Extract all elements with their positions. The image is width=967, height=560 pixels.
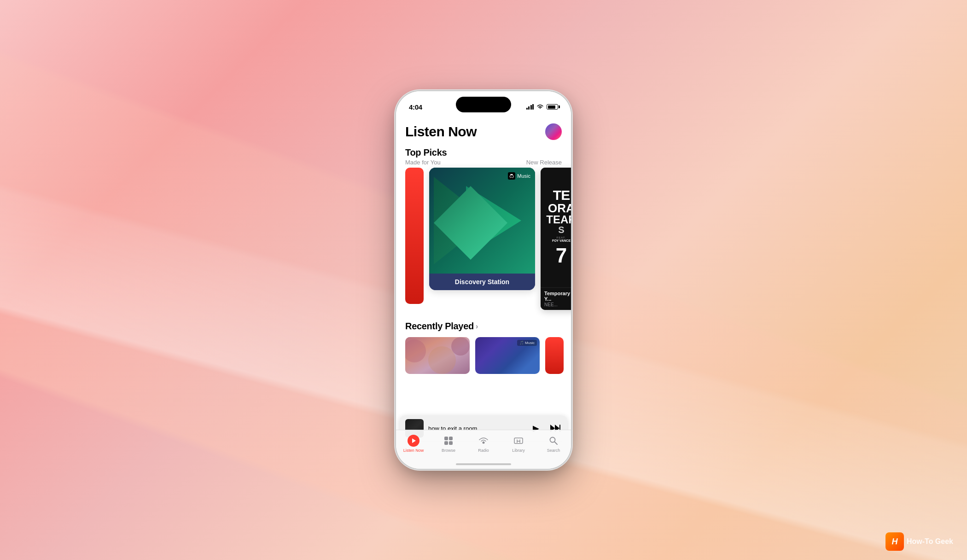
recent-card-3	[545, 337, 564, 374]
signal-bar-4	[532, 104, 534, 110]
wifi-icon	[536, 104, 544, 110]
signal-icon	[526, 104, 534, 110]
search-tab-icon	[548, 435, 559, 447]
recently-played-chevron: ›	[476, 322, 478, 331]
svg-rect-16	[514, 438, 523, 443]
dynamic-island	[456, 97, 511, 112]
search-icon	[549, 436, 558, 445]
apple-music-badge: Music	[508, 172, 530, 180]
top-picks-section-header: Top Picks Made for You New Release	[396, 144, 571, 168]
album-artist: NEE...	[544, 302, 571, 307]
top-picks-link: New Release	[526, 159, 562, 166]
album-text-te: TE	[553, 188, 570, 202]
tab-library-label: Library	[512, 448, 525, 453]
listen-now-circle-icon	[408, 435, 419, 447]
tab-browse-label: Browse	[442, 448, 455, 453]
signal-bar-3	[530, 105, 532, 110]
tab-library[interactable]: Library	[501, 435, 536, 453]
cards-row: Music	[396, 168, 571, 317]
browse-tab-icon	[443, 435, 454, 447]
discovery-art-svg	[429, 168, 535, 274]
home-indicator	[456, 463, 511, 465]
discovery-station-art: Music	[429, 168, 535, 274]
avatar[interactable]	[545, 123, 562, 140]
svg-point-6	[451, 337, 470, 356]
recently-played-title: Recently Played	[405, 321, 474, 332]
album-text-tear: TEAR	[546, 214, 571, 225]
album-text-ora: ORA	[548, 202, 571, 214]
discovery-station-footer: Discovery Station	[429, 274, 535, 290]
page-title: Listen Now	[405, 124, 477, 140]
svg-point-5	[428, 346, 456, 374]
apple-music-label: Music	[517, 173, 530, 179]
phone-screen: 4:04	[396, 91, 571, 469]
recent-card-1[interactable]	[405, 337, 470, 374]
tab-listen-now-label: Listen Now	[403, 448, 424, 453]
tab-search-label: Search	[547, 448, 560, 453]
watermark: H How-To Geek	[885, 532, 953, 551]
tab-radio[interactable]: Radio	[466, 435, 501, 453]
svg-marker-10	[412, 438, 416, 443]
svg-rect-14	[449, 441, 453, 445]
avatar-image	[545, 123, 562, 140]
svg-point-17	[550, 438, 555, 443]
tab-radio-label: Radio	[478, 448, 489, 453]
album-title: Temporary Y...	[544, 291, 571, 302]
status-bar: 4:04	[396, 91, 571, 116]
watermark-icon: H	[885, 532, 904, 551]
page-header: Listen Now	[396, 116, 571, 144]
phone-shell: 4:04	[396, 91, 571, 469]
top-picks-subtitle-row: Made for You New Release	[405, 159, 562, 166]
partial-card-left	[405, 168, 424, 304]
content-area[interactable]: Listen Now Top Picks Made for You New Re…	[396, 116, 571, 418]
discovery-station-card[interactable]: Music	[429, 168, 535, 290]
discovery-station-name: Discovery Station	[435, 278, 530, 286]
apple-logo-icon	[509, 174, 514, 178]
album-number: 7	[556, 244, 567, 267]
svg-rect-13	[444, 441, 448, 445]
svg-rect-11	[444, 437, 448, 440]
library-music-icon	[514, 436, 523, 445]
tab-browse[interactable]: Browse	[431, 435, 466, 453]
recent-art-1-svg	[405, 337, 470, 374]
library-tab-icon	[513, 435, 524, 447]
status-time: 4:04	[409, 103, 422, 111]
recent-apple-badge: 🎵 Music	[517, 340, 537, 346]
play-triangle-icon	[411, 438, 416, 443]
radio-wave-icon	[478, 437, 489, 445]
album-text-s: S	[558, 225, 564, 234]
battery-icon	[547, 104, 558, 110]
signal-bar-2	[528, 106, 530, 110]
recently-played-cards: 🎵 Music	[396, 333, 571, 381]
apple-music-logo	[508, 172, 515, 180]
radio-tab-icon	[478, 435, 489, 447]
album-feat-artist: FOY VANCE	[552, 239, 571, 242]
battery-fill	[548, 105, 555, 109]
browse-grid-icon	[443, 436, 454, 446]
status-icons	[526, 104, 559, 110]
top-picks-title: Top Picks	[405, 147, 562, 158]
recently-played-header[interactable]: Recently Played ›	[396, 317, 571, 333]
recent-card-2[interactable]: 🎵 Music	[475, 337, 540, 374]
svg-rect-12	[449, 437, 453, 440]
listen-now-tab-icon	[408, 435, 419, 447]
album-art: TE ORA TEAR S FEAT. FOY VANCE 7	[541, 168, 571, 287]
album-card[interactable]: TE ORA TEAR S FEAT. FOY VANCE 7 Temporar…	[541, 168, 571, 310]
signal-bar-1	[526, 108, 528, 110]
tab-listen-now[interactable]: Listen Now	[396, 435, 431, 453]
svg-point-15	[483, 442, 485, 444]
top-picks-subtitle: Made for You	[405, 159, 441, 166]
watermark-text: How-To Geek	[907, 537, 953, 546]
svg-line-18	[555, 442, 558, 445]
album-footer: Temporary Y... NEE...	[541, 287, 571, 310]
tab-search[interactable]: Search	[536, 435, 571, 453]
scene: 4:04	[0, 0, 967, 560]
